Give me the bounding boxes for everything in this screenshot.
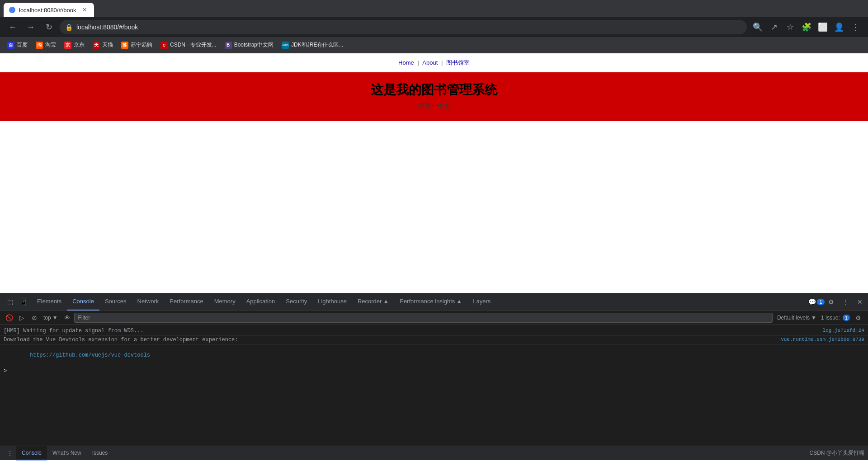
tab-network[interactable]: Network (132, 293, 165, 311)
tab-performance-insights[interactable]: Performance insights ▲ (394, 293, 467, 311)
default-levels-label: Default levels (777, 315, 810, 321)
bookmark-baidu[interactable]: 百 百度 (4, 39, 31, 51)
forward-button[interactable]: → (24, 20, 38, 34)
active-tab[interactable]: localhost:8080/#/book × (4, 3, 94, 17)
issues-chat-icon: 💬 (808, 298, 816, 306)
bookmark-label-bootstrap: Bootstrap中文网 (234, 41, 274, 49)
context-selector[interactable]: top ▼ (42, 314, 60, 322)
tab-close-button[interactable]: × (80, 6, 89, 14)
window-button[interactable]: ⬜ (816, 20, 830, 34)
tab-lighthouse[interactable]: Lighthouse (312, 293, 352, 311)
tab-security[interactable]: Security (280, 293, 312, 311)
tab-performance[interactable]: Performance (164, 293, 208, 311)
console-output: [HMR] Waiting for update signal from WDS… (0, 325, 868, 446)
bookmark-bootstrap[interactable]: B Bootstrap中文网 (221, 39, 277, 51)
bookmark-jd[interactable]: 京 京东 (61, 39, 88, 51)
tab-elements[interactable]: Elements (32, 293, 67, 311)
sidebar-icon: ▷ (19, 314, 24, 321)
toggle-filters-button[interactable]: ⊘ (29, 312, 40, 323)
bottom-tab-issues[interactable]: Issues (87, 446, 113, 461)
bookmark-taobao[interactable]: 淘 淘宝 (32, 39, 60, 51)
forward-icon: → (27, 23, 35, 32)
issue-badge: 1 (817, 299, 824, 305)
inspect-element-button[interactable]: ⬚ (4, 296, 16, 308)
tab-bar: localhost:8080/#/book × (0, 0, 868, 17)
bottom-tab-whats-new[interactable]: What's New (47, 446, 87, 461)
bookmark-favicon-csdn: C (160, 42, 168, 49)
bookmark-favicon-taobao: 淘 (36, 42, 43, 49)
devtools-left-icons: ⬚ 📱 (2, 296, 32, 308)
lock-icon: 🔒 (65, 24, 73, 31)
tab-layers[interactable]: Layers (467, 293, 496, 311)
bottom-menu-button[interactable]: ⋮ (4, 447, 16, 460)
clear-console-button[interactable]: 🚫 (4, 312, 14, 323)
more-icon: ⋮ (842, 298, 849, 306)
devtools-more-button[interactable]: ⋮ (839, 296, 852, 308)
search-button[interactable]: 🔍 (750, 20, 765, 34)
bookmark-csdn[interactable]: C CSDN - 专业开发... (157, 39, 220, 51)
tab-memory[interactable]: Memory (209, 293, 241, 311)
devtools-settings-button[interactable]: ⚙ (825, 296, 837, 308)
performance-insights-triangle: ▲ (456, 298, 462, 305)
menu-button[interactable]: ⋮ (848, 20, 863, 34)
back-button[interactable]: ← (5, 20, 20, 34)
default-levels-selector[interactable]: Default levels ▼ (774, 314, 819, 322)
tab-sources[interactable]: Sources (99, 293, 132, 311)
tab-application[interactable]: Application (241, 293, 281, 311)
tab-title: localhost:8080/#/book (19, 7, 76, 14)
eye-button[interactable]: 👁 (61, 312, 72, 323)
address-bar[interactable]: 🔒 localhost:8080/#/book (60, 20, 747, 34)
hero-subtitle[interactable]: 添置一本书 (0, 102, 868, 110)
bookmark-tianmao[interactable]: 天 天猫 (89, 39, 117, 51)
bookmark-label-csdn: CSDN - 专业开发... (170, 41, 217, 49)
tab-sources-label: Sources (105, 298, 127, 305)
page-content: Home | About | 图书馆室 这是我的图书管理系统 添置一本书 (0, 53, 868, 293)
console-line-link: https://github.com/vuejs/vue-devtools (0, 345, 868, 366)
nav-books-link[interactable]: 图书馆室 (446, 59, 470, 66)
tab-console[interactable]: Console (67, 293, 99, 311)
device-icon: 📱 (20, 298, 28, 306)
bookmark-label-taobao: 淘宝 (45, 41, 56, 49)
profile-button[interactable]: 👤 (832, 20, 846, 34)
tab-favicon (9, 7, 15, 13)
filter-input[interactable] (74, 313, 773, 323)
hero-title: 这是我的图书管理系统 (0, 81, 868, 99)
share-icon: ↗ (771, 22, 778, 32)
console-prompt[interactable]: > (0, 366, 868, 376)
clear-icon: 🚫 (5, 314, 13, 321)
prompt-symbol: > (4, 368, 7, 374)
bookmark-label-jd: 京东 (74, 41, 85, 49)
devtools-panel: ⬚ 📱 Elements Console Sources Network Per… (0, 293, 868, 460)
devtools-bottom-bar: ⋮ Console What's New Issues CSDN @小丫头爱打嗝 (0, 446, 868, 460)
bookmark-label-baidu: 百度 (17, 41, 28, 49)
vue-devtools-link[interactable]: https://github.com/vuejs/vue-devtools (30, 352, 150, 358)
bookmark-suning[interactable]: 苏 苏宁易购 (118, 39, 156, 51)
star-button[interactable]: ☆ (783, 20, 797, 34)
nav-separator-1: | (417, 59, 420, 66)
close-icon: ✕ (857, 298, 863, 306)
bookmark-jdk[interactable]: JDK JDK和JRE有什么区... (278, 39, 347, 51)
context-dropdown-icon: ▼ (52, 315, 58, 321)
issues-button[interactable]: 💬 1 (810, 296, 823, 308)
bookmarks-bar: 百 百度 淘 淘宝 京 京东 天 天猫 苏 苏宁易购 C CSDN - 专业开发… (0, 37, 868, 53)
bookmark-favicon-bootstrap: B (225, 42, 232, 49)
console-source-devtools[interactable]: vue.runtime.esm.js?2b0e:8739 (781, 337, 864, 342)
console-line-hmr: [HMR] Waiting for update signal from WDS… (0, 327, 868, 336)
bookmark-label-suning: 苏宁易购 (131, 41, 152, 49)
console-settings-button[interactable]: ⚙ (852, 311, 864, 324)
bottom-tab-console[interactable]: Console (16, 446, 47, 461)
reload-button[interactable]: ↻ (42, 20, 56, 34)
tab-security-label: Security (286, 298, 307, 305)
device-toolbar-button[interactable]: 📱 (17, 296, 30, 308)
devtools-close-button[interactable]: ✕ (854, 296, 866, 308)
bottom-menu-icon: ⋮ (7, 450, 13, 457)
share-button[interactable]: ↗ (767, 20, 781, 34)
tab-recorder[interactable]: Recorder ▲ (352, 293, 394, 311)
default-levels-dropdown-icon: ▼ (811, 315, 816, 321)
extensions-button[interactable]: 🧩 (799, 20, 814, 34)
nav-about-link[interactable]: About (422, 59, 438, 66)
nav-separator-2: | (441, 59, 444, 66)
nav-home-link[interactable]: Home (398, 59, 414, 66)
console-source-hmr[interactable]: log.js?1afd:24 (823, 328, 864, 333)
toggle-sidebar-button[interactable]: ▷ (16, 312, 27, 323)
